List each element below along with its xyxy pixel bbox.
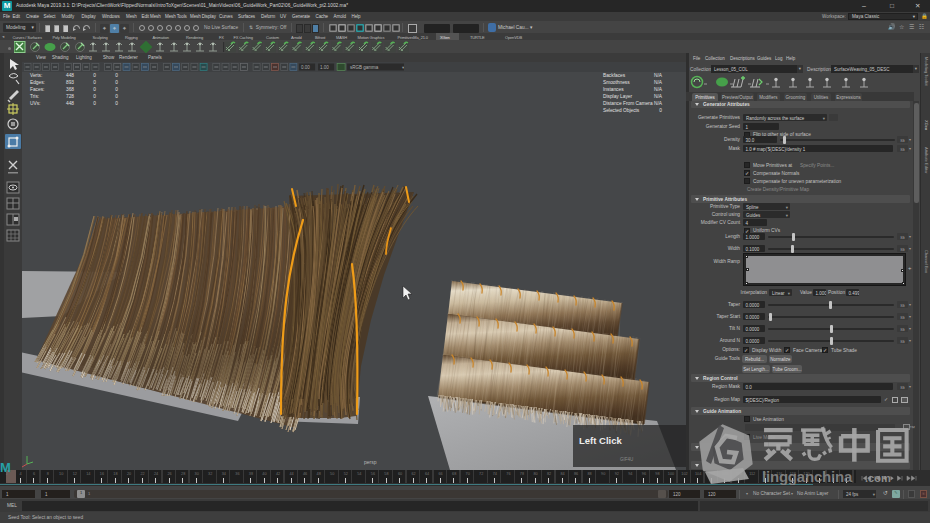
svg-text:™: ™ — [909, 425, 915, 431]
svg-text:1.00: 1.00 — [320, 65, 329, 70]
svg-text:sRGB gamma: sRGB gamma — [350, 65, 379, 70]
svg-text:persp: persp — [364, 459, 377, 465]
svg-text:Left Click: Left Click — [579, 435, 622, 446]
svg-text:.com: .com — [865, 472, 891, 484]
svg-text:lingganchina: lingganchina — [762, 468, 853, 485]
svg-text:GIF4U: GIF4U — [620, 457, 633, 462]
svg-text:▾: ▾ — [402, 65, 404, 70]
svg-text:0.00: 0.00 — [301, 65, 310, 70]
